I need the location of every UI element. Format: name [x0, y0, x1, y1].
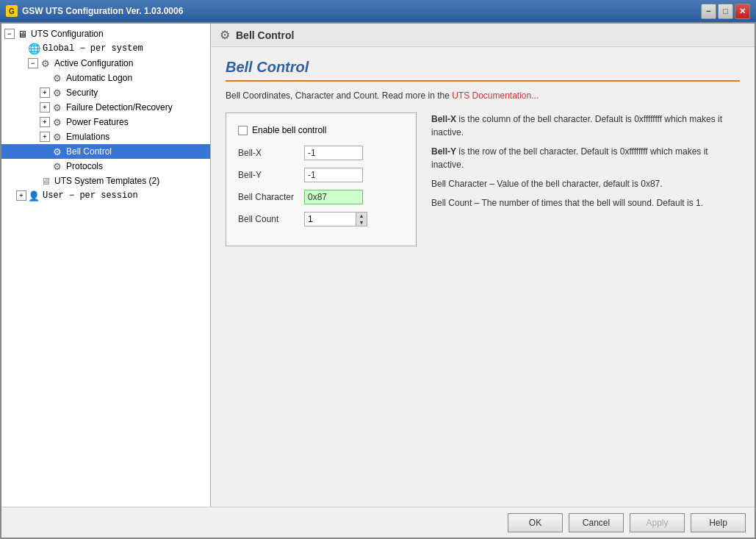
- spinner-down-button[interactable]: ▼: [356, 219, 367, 226]
- sidebar-label-emulations: Emulations: [66, 132, 109, 142]
- enable-row: Enable bell controll: [238, 125, 404, 135]
- bell-x-input[interactable]: [304, 146, 363, 160]
- description-panel: Bell-X is the column of the bell charact…: [431, 113, 740, 246]
- section-divider: [226, 80, 740, 82]
- spinner-up-button[interactable]: ▲: [356, 213, 367, 219]
- user-icon: 👤: [28, 190, 40, 201]
- button-bar: OK Cancel Apply Help: [1, 507, 755, 538]
- close-button[interactable]: ✕: [735, 4, 750, 19]
- sidebar-label-active-config: Active Configuration: [54, 58, 133, 68]
- bell-count-label: Bell Count: [238, 214, 304, 224]
- sidebar-item-failure[interactable]: + ⚙ Failure Detection/Recovery: [1, 100, 210, 115]
- sidebar-item-active-config[interactable]: − ⚙ Active Configuration: [1, 56, 210, 71]
- help-text-2: Bell-Y is the row of the bell character.…: [431, 145, 740, 171]
- bell-count-spinner: ▲ ▼: [304, 212, 367, 226]
- sidebar-label-failure: Failure Detection/Recovery: [66, 102, 173, 113]
- bell-x-label: Bell-X: [238, 148, 304, 158]
- globe-icon: 🌐: [28, 43, 40, 54]
- form-container: Enable bell controll Bell-X Bell-Y: [226, 113, 740, 246]
- panel-header-icon: ⚙: [220, 28, 230, 42]
- monitor-icon-templates: 🖥: [40, 175, 51, 187]
- bell-count-row: Bell Count ▲ ▼: [238, 212, 404, 226]
- window-controls: − □ ✕: [701, 4, 750, 19]
- app-title: GSW UTS Configuration Ver. 1.03.0006: [22, 6, 701, 16]
- title-bar: G GSW UTS Configuration Ver. 1.03.0006 −…: [0, 0, 756, 22]
- gear-icon-protocols: ⚙: [51, 160, 63, 172]
- help-button[interactable]: Help: [691, 513, 746, 532]
- help-text-4: Bell Count – The number of times that th…: [431, 196, 740, 210]
- sidebar-item-emulations[interactable]: + ⚙ Emulations: [1, 129, 210, 144]
- sidebar-item-uts-config[interactable]: − 🖥 UTS Configuration: [1, 26, 210, 41]
- sidebar-item-auto-logon[interactable]: ⚙ Automatic Logon: [1, 71, 210, 85]
- spinner-buttons: ▲ ▼: [356, 212, 367, 226]
- content-area: − 🖥 UTS Configuration 🌐 Global − per sys…: [1, 24, 755, 507]
- sidebar-item-security[interactable]: + ⚙ Security: [1, 85, 210, 100]
- sidebar-label-global: Global − per system: [43, 43, 143, 54]
- help-text-1: Bell-X is the column of the bell charact…: [431, 113, 740, 139]
- expand-user[interactable]: +: [16, 190, 26, 201]
- sidebar-label-user: User − per session: [43, 190, 138, 201]
- gear-icon-power: ⚙: [51, 116, 63, 128]
- enable-checkbox[interactable]: [238, 126, 248, 135]
- bell-y-row: Bell-Y: [238, 168, 404, 182]
- computer-icon: 🖥: [16, 28, 28, 40]
- bell-char-row: Bell Character: [238, 190, 404, 204]
- cancel-button[interactable]: Cancel: [569, 513, 624, 532]
- bell-char-input[interactable]: [304, 190, 363, 204]
- bell-x-row: Bell-X: [238, 146, 404, 160]
- bell-count-input[interactable]: [304, 212, 356, 226]
- ok-button[interactable]: OK: [508, 513, 563, 532]
- expand-power[interactable]: +: [40, 117, 50, 127]
- sidebar-label-power: Power Features: [66, 117, 129, 127]
- sidebar-item-power[interactable]: + ⚙ Power Features: [1, 115, 210, 129]
- gear-icon-security: ⚙: [51, 87, 63, 99]
- expand-emulations[interactable]: +: [40, 132, 50, 142]
- right-panel: ⚙ Bell Control Bell Control Bell Coordin…: [211, 24, 755, 507]
- panel-header: ⚙ Bell Control: [211, 24, 755, 47]
- expand-active-config[interactable]: −: [28, 58, 38, 68]
- sidebar-label-auto-logon: Automatic Logon: [66, 73, 132, 83]
- apply-button[interactable]: Apply: [630, 513, 685, 532]
- bell-char-label: Bell Character: [238, 192, 304, 202]
- gear-icon-failure: ⚙: [51, 101, 63, 113]
- sidebar-label-protocols: Protocols: [66, 161, 103, 171]
- expand-uts-config[interactable]: −: [4, 29, 15, 39]
- restore-button[interactable]: □: [718, 4, 733, 19]
- sidebar-item-protocols[interactable]: ⚙ Protocols: [1, 159, 210, 174]
- gear-icon-bell-control: ⚙: [51, 146, 63, 157]
- app-icon: G: [6, 5, 18, 17]
- bell-y-label: Bell-Y: [238, 170, 304, 180]
- help-text-3: Bell Character – Value of the bell chara…: [431, 177, 740, 190]
- sidebar-label-uts-config: UTS Configuration: [31, 29, 104, 39]
- enable-label: Enable bell controll: [252, 125, 326, 135]
- sidebar-label-uts-templates: UTS System Templates (2): [54, 176, 159, 186]
- sidebar-item-user[interactable]: + 👤 User − per session: [1, 188, 210, 203]
- bell-y-input[interactable]: [304, 168, 363, 182]
- documentation-link[interactable]: UTS Documentation...: [452, 90, 539, 101]
- sidebar-item-uts-templates[interactable]: 🖥 UTS System Templates (2): [1, 174, 210, 188]
- sidebar-label-bell-control: Bell Control: [66, 146, 112, 157]
- expand-security[interactable]: +: [40, 88, 50, 98]
- sidebar-item-global[interactable]: 🌐 Global − per system: [1, 41, 210, 56]
- gear-icon-emulations: ⚙: [51, 131, 63, 143]
- panel-header-title: Bell Control: [236, 29, 294, 41]
- form-box: Enable bell controll Bell-X Bell-Y: [226, 113, 417, 246]
- expand-failure[interactable]: +: [40, 102, 50, 113]
- main-window: − 🖥 UTS Configuration 🌐 Global − per sys…: [0, 22, 756, 539]
- section-title: Bell Control: [226, 59, 740, 76]
- gear-icon-active-config: ⚙: [40, 57, 51, 69]
- description-prefix: Bell Coordinates, Character and Count. R…: [226, 90, 452, 101]
- gear-icon-auto-logon: ⚙: [51, 72, 63, 84]
- minimize-button[interactable]: −: [701, 4, 716, 19]
- sidebar-label-security: Security: [66, 88, 98, 98]
- panel-content: Bell Control Bell Coordinates, Character…: [211, 47, 755, 507]
- sidebar: − 🖥 UTS Configuration 🌐 Global − per sys…: [1, 24, 211, 507]
- section-description: Bell Coordinates, Character and Count. R…: [226, 90, 740, 101]
- sidebar-item-bell-control[interactable]: ⚙ Bell Control: [1, 144, 210, 159]
